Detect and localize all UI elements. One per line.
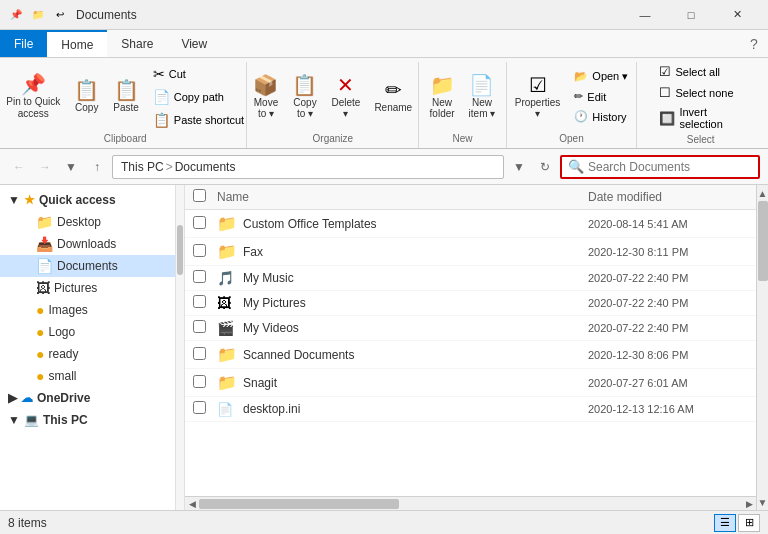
vertical-scrollbar[interactable]: ▲ ▼ xyxy=(756,185,768,510)
header-checkbox[interactable] xyxy=(193,189,217,205)
select-none-button[interactable]: ☐ Select none xyxy=(653,83,748,102)
file-row[interactable]: 🖼 My Pictures 2020-07-22 2:40 PM xyxy=(185,291,756,316)
file-date: 2020-07-22 2:40 PM xyxy=(588,297,748,309)
open-button[interactable]: 📂 Open ▾ xyxy=(568,67,634,86)
h-scroll-thumb[interactable] xyxy=(199,499,399,509)
help-button[interactable]: ? xyxy=(744,34,764,54)
forward-button[interactable]: → xyxy=(34,156,56,178)
row-checkbox[interactable] xyxy=(193,216,206,229)
this-pc-section[interactable]: ▼ 💻 This PC xyxy=(0,409,175,431)
file-name: Fax xyxy=(243,245,588,259)
delete-icon: ✕ xyxy=(337,75,354,95)
date-column-header[interactable]: Date modified xyxy=(588,190,748,204)
row-checkbox[interactable] xyxy=(193,375,206,388)
scroll-thumb[interactable] xyxy=(758,201,768,281)
close-button[interactable]: ✕ xyxy=(714,0,760,30)
details-view-button[interactable]: ☰ xyxy=(714,514,736,532)
file-row[interactable]: 📁 Custom Office Templates 2020-08-14 5:4… xyxy=(185,210,756,238)
select-all-button[interactable]: ☑ Select all xyxy=(653,62,748,81)
pin-to-quick-access-button[interactable]: 📌 Pin to Quickaccess xyxy=(0,70,66,124)
pin-label: Pin to Quickaccess xyxy=(6,96,60,120)
move-to-button[interactable]: 📦 Moveto ▾ xyxy=(247,71,284,123)
sidebar-scrollbar[interactable] xyxy=(176,185,184,510)
select-all-checkbox[interactable] xyxy=(193,189,206,202)
sidebar-item-documents[interactable]: 📄 Documents 📌 xyxy=(0,255,175,277)
tab-home[interactable]: Home xyxy=(47,30,107,57)
onedrive-label: OneDrive xyxy=(37,391,90,405)
row-checkbox[interactable] xyxy=(193,347,206,360)
back-button[interactable]: ← xyxy=(8,156,30,178)
title-bar-folder-icon[interactable]: 📁 xyxy=(30,7,46,23)
file-row[interactable]: 🎬 My Videos 2020-07-22 2:40 PM xyxy=(185,316,756,341)
copy-button[interactable]: 📋 Copy xyxy=(68,76,105,117)
minimize-button[interactable]: — xyxy=(622,0,668,30)
row-checkbox[interactable] xyxy=(193,244,206,257)
onedrive-section[interactable]: ▶ ☁ OneDrive xyxy=(0,387,175,409)
row-checkbox[interactable] xyxy=(193,401,206,414)
copy-to-button[interactable]: 📋 Copyto ▾ xyxy=(286,71,323,123)
pin-icon: 📌 xyxy=(21,74,46,94)
edit-button[interactable]: ✏ Edit xyxy=(568,87,634,106)
delete-button[interactable]: ✕ Delete▾ xyxy=(325,71,366,123)
name-column-header[interactable]: Name xyxy=(217,190,588,204)
search-box[interactable]: 🔍 xyxy=(560,155,760,179)
sidebar-item-downloads[interactable]: 📥 Downloads 📌 xyxy=(0,233,175,255)
file-row[interactable]: 📁 Snagit 2020-07-27 6:01 AM xyxy=(185,369,756,397)
open-small-group: 📂 Open ▾ ✏ Edit 🕐 History xyxy=(568,67,634,126)
new-folder-button[interactable]: 📁 Newfolder xyxy=(424,71,461,123)
search-input[interactable] xyxy=(588,160,752,174)
horizontal-scrollbar[interactable]: ◀ ▶ xyxy=(185,496,756,510)
row-checkbox[interactable] xyxy=(193,295,206,308)
sidebar-item-logo[interactable]: ● Logo xyxy=(0,321,175,343)
invert-selection-button[interactable]: 🔲 Invert selection xyxy=(653,104,748,132)
scroll-up-button[interactable]: ▲ xyxy=(757,185,768,201)
file-row[interactable]: 📁 Fax 2020-12-30 8:11 PM xyxy=(185,238,756,266)
rename-button[interactable]: ✏ Rename xyxy=(368,76,418,117)
cut-button[interactable]: ✂Cut xyxy=(147,63,250,85)
h-scroll-track[interactable] xyxy=(199,499,742,509)
scroll-track[interactable] xyxy=(757,201,768,494)
recent-locations-button[interactable]: ▼ xyxy=(60,156,82,178)
path-segment-documents[interactable]: Documents xyxy=(175,160,236,174)
h-scroll-right-button[interactable]: ▶ xyxy=(742,497,756,511)
file-row[interactable]: 📁 Scanned Documents 2020-12-30 8:06 PM xyxy=(185,341,756,369)
h-scroll-left-button[interactable]: ◀ xyxy=(185,497,199,511)
new-folder-label: Newfolder xyxy=(430,97,455,119)
tab-file[interactable]: File xyxy=(0,30,47,57)
sidebar-item-desktop[interactable]: 📁 Desktop 📌 xyxy=(0,211,175,233)
copy-path-button[interactable]: 📄Copy path xyxy=(147,86,250,108)
maximize-button[interactable]: □ xyxy=(668,0,714,30)
clipboard-group: 📌 Pin to Quickaccess 📋 Copy 📋 Paste ✂Cut… xyxy=(4,62,247,148)
address-path[interactable]: This PC > Documents xyxy=(112,155,504,179)
sidebar-item-images[interactable]: ● Images xyxy=(0,299,175,321)
path-segment-thispc[interactable]: This PC xyxy=(121,160,164,174)
row-checkbox[interactable] xyxy=(193,320,206,333)
paste-button[interactable]: 📋 Paste xyxy=(107,76,145,117)
tab-view[interactable]: View xyxy=(167,30,221,57)
sidebar-item-small[interactable]: ● small xyxy=(0,365,175,387)
downloads-icon: 📥 xyxy=(36,236,53,252)
paste-label: Paste xyxy=(113,102,139,113)
folder-icon: 📁 xyxy=(217,242,237,261)
select-options: ☑ Select all ☐ Select none 🔲 Invert sele… xyxy=(645,62,756,132)
new-item-button[interactable]: 📄 Newitem ▾ xyxy=(463,71,502,123)
large-icons-view-button[interactable]: ⊞ xyxy=(738,514,760,532)
history-button[interactable]: 🕐 History xyxy=(568,107,634,126)
sidebar-item-pictures[interactable]: 🖼 Pictures 📌 xyxy=(0,277,175,299)
title-bar-quick-access-icon[interactable]: 📌 xyxy=(8,7,24,23)
quick-access-section[interactable]: ▼ ★ Quick access xyxy=(0,189,175,211)
small-label: small xyxy=(48,369,167,383)
file-row[interactable]: 🎵 My Music 2020-07-22 2:40 PM xyxy=(185,266,756,291)
tab-share[interactable]: Share xyxy=(107,30,167,57)
row-checkbox[interactable] xyxy=(193,270,206,283)
scroll-down-button[interactable]: ▼ xyxy=(757,494,768,510)
refresh-button[interactable]: ↻ xyxy=(534,156,556,178)
properties-button[interactable]: ☑ Properties▾ xyxy=(509,71,567,123)
title-bar-undo-icon[interactable]: ↩ xyxy=(52,7,68,23)
paste-shortcut-button[interactable]: 📋Paste shortcut xyxy=(147,109,250,131)
up-button[interactable]: ↑ xyxy=(86,156,108,178)
rename-label: Rename xyxy=(374,102,412,113)
file-row[interactable]: 📄 desktop.ini 2020-12-13 12:16 AM xyxy=(185,397,756,422)
sidebar-item-ready[interactable]: ● ready xyxy=(0,343,175,365)
dropdown-button[interactable]: ▼ xyxy=(508,156,530,178)
